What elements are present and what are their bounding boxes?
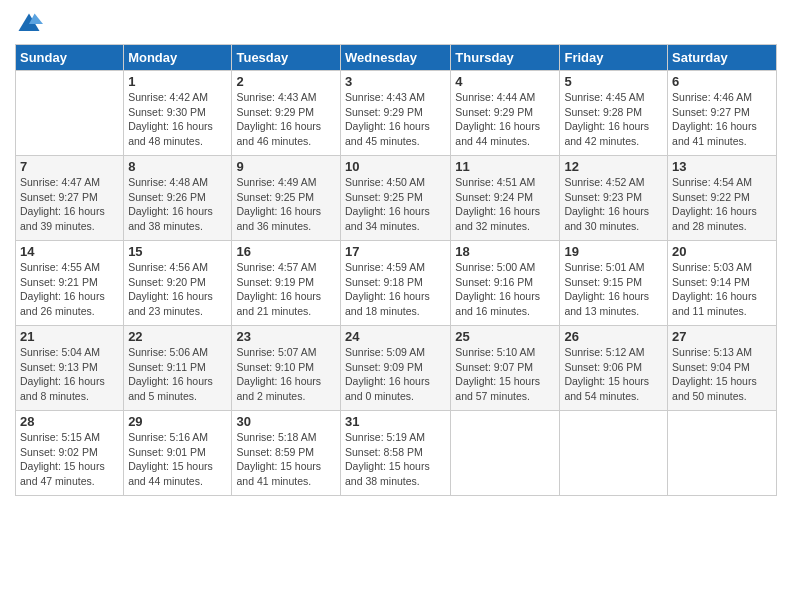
calendar-cell: 5Sunrise: 4:45 AM Sunset: 9:28 PM Daylig… (560, 71, 668, 156)
day-number: 29 (128, 414, 227, 429)
day-info: Sunrise: 5:01 AM Sunset: 9:15 PM Dayligh… (564, 260, 663, 319)
calendar-cell: 8Sunrise: 4:48 AM Sunset: 9:26 PM Daylig… (124, 156, 232, 241)
day-info: Sunrise: 5:16 AM Sunset: 9:01 PM Dayligh… (128, 430, 227, 489)
day-info: Sunrise: 4:46 AM Sunset: 9:27 PM Dayligh… (672, 90, 772, 149)
calendar-cell: 11Sunrise: 4:51 AM Sunset: 9:24 PM Dayli… (451, 156, 560, 241)
calendar-cell: 22Sunrise: 5:06 AM Sunset: 9:11 PM Dayli… (124, 326, 232, 411)
day-info: Sunrise: 5:03 AM Sunset: 9:14 PM Dayligh… (672, 260, 772, 319)
day-number: 20 (672, 244, 772, 259)
day-info: Sunrise: 4:51 AM Sunset: 9:24 PM Dayligh… (455, 175, 555, 234)
calendar-cell: 17Sunrise: 4:59 AM Sunset: 9:18 PM Dayli… (341, 241, 451, 326)
calendar-cell: 12Sunrise: 4:52 AM Sunset: 9:23 PM Dayli… (560, 156, 668, 241)
calendar-cell: 9Sunrise: 4:49 AM Sunset: 9:25 PM Daylig… (232, 156, 341, 241)
logo-icon (15, 10, 43, 38)
day-info: Sunrise: 4:44 AM Sunset: 9:29 PM Dayligh… (455, 90, 555, 149)
calendar-cell: 2Sunrise: 4:43 AM Sunset: 9:29 PM Daylig… (232, 71, 341, 156)
calendar-table: SundayMondayTuesdayWednesdayThursdayFrid… (15, 44, 777, 496)
calendar-cell: 26Sunrise: 5:12 AM Sunset: 9:06 PM Dayli… (560, 326, 668, 411)
calendar-cell (16, 71, 124, 156)
day-number: 24 (345, 329, 446, 344)
day-info: Sunrise: 4:59 AM Sunset: 9:18 PM Dayligh… (345, 260, 446, 319)
day-info: Sunrise: 5:00 AM Sunset: 9:16 PM Dayligh… (455, 260, 555, 319)
calendar-cell (668, 411, 777, 496)
day-number: 22 (128, 329, 227, 344)
calendar-cell (451, 411, 560, 496)
day-info: Sunrise: 5:04 AM Sunset: 9:13 PM Dayligh… (20, 345, 119, 404)
calendar-week-row: 28Sunrise: 5:15 AM Sunset: 9:02 PM Dayli… (16, 411, 777, 496)
day-number: 8 (128, 159, 227, 174)
calendar-cell: 18Sunrise: 5:00 AM Sunset: 9:16 PM Dayli… (451, 241, 560, 326)
day-number: 5 (564, 74, 663, 89)
calendar-cell: 23Sunrise: 5:07 AM Sunset: 9:10 PM Dayli… (232, 326, 341, 411)
calendar-cell: 31Sunrise: 5:19 AM Sunset: 8:58 PM Dayli… (341, 411, 451, 496)
day-number: 27 (672, 329, 772, 344)
day-info: Sunrise: 5:12 AM Sunset: 9:06 PM Dayligh… (564, 345, 663, 404)
calendar-cell: 14Sunrise: 4:55 AM Sunset: 9:21 PM Dayli… (16, 241, 124, 326)
day-info: Sunrise: 4:56 AM Sunset: 9:20 PM Dayligh… (128, 260, 227, 319)
calendar-header-row: SundayMondayTuesdayWednesdayThursdayFrid… (16, 45, 777, 71)
day-number: 31 (345, 414, 446, 429)
day-info: Sunrise: 4:42 AM Sunset: 9:30 PM Dayligh… (128, 90, 227, 149)
calendar-cell: 20Sunrise: 5:03 AM Sunset: 9:14 PM Dayli… (668, 241, 777, 326)
day-info: Sunrise: 4:55 AM Sunset: 9:21 PM Dayligh… (20, 260, 119, 319)
day-number: 2 (236, 74, 336, 89)
calendar-header-monday: Monday (124, 45, 232, 71)
day-number: 14 (20, 244, 119, 259)
calendar-cell (560, 411, 668, 496)
day-number: 26 (564, 329, 663, 344)
calendar-cell: 30Sunrise: 5:18 AM Sunset: 8:59 PM Dayli… (232, 411, 341, 496)
day-number: 1 (128, 74, 227, 89)
day-number: 3 (345, 74, 446, 89)
calendar-cell: 16Sunrise: 4:57 AM Sunset: 9:19 PM Dayli… (232, 241, 341, 326)
calendar-cell: 15Sunrise: 4:56 AM Sunset: 9:20 PM Dayli… (124, 241, 232, 326)
day-number: 17 (345, 244, 446, 259)
day-number: 15 (128, 244, 227, 259)
day-number: 28 (20, 414, 119, 429)
calendar-header-thursday: Thursday (451, 45, 560, 71)
day-number: 6 (672, 74, 772, 89)
day-info: Sunrise: 5:13 AM Sunset: 9:04 PM Dayligh… (672, 345, 772, 404)
day-number: 13 (672, 159, 772, 174)
day-info: Sunrise: 5:06 AM Sunset: 9:11 PM Dayligh… (128, 345, 227, 404)
day-info: Sunrise: 4:43 AM Sunset: 9:29 PM Dayligh… (236, 90, 336, 149)
day-number: 12 (564, 159, 663, 174)
calendar-cell: 7Sunrise: 4:47 AM Sunset: 9:27 PM Daylig… (16, 156, 124, 241)
calendar-week-row: 14Sunrise: 4:55 AM Sunset: 9:21 PM Dayli… (16, 241, 777, 326)
calendar-header-tuesday: Tuesday (232, 45, 341, 71)
calendar-week-row: 1Sunrise: 4:42 AM Sunset: 9:30 PM Daylig… (16, 71, 777, 156)
calendar-cell: 25Sunrise: 5:10 AM Sunset: 9:07 PM Dayli… (451, 326, 560, 411)
calendar-cell: 4Sunrise: 4:44 AM Sunset: 9:29 PM Daylig… (451, 71, 560, 156)
day-info: Sunrise: 5:07 AM Sunset: 9:10 PM Dayligh… (236, 345, 336, 404)
calendar-cell: 3Sunrise: 4:43 AM Sunset: 9:29 PM Daylig… (341, 71, 451, 156)
calendar-cell: 28Sunrise: 5:15 AM Sunset: 9:02 PM Dayli… (16, 411, 124, 496)
calendar-cell: 21Sunrise: 5:04 AM Sunset: 9:13 PM Dayli… (16, 326, 124, 411)
day-info: Sunrise: 4:45 AM Sunset: 9:28 PM Dayligh… (564, 90, 663, 149)
day-info: Sunrise: 4:48 AM Sunset: 9:26 PM Dayligh… (128, 175, 227, 234)
calendar-cell: 27Sunrise: 5:13 AM Sunset: 9:04 PM Dayli… (668, 326, 777, 411)
day-info: Sunrise: 5:09 AM Sunset: 9:09 PM Dayligh… (345, 345, 446, 404)
day-info: Sunrise: 4:49 AM Sunset: 9:25 PM Dayligh… (236, 175, 336, 234)
calendar-week-row: 7Sunrise: 4:47 AM Sunset: 9:27 PM Daylig… (16, 156, 777, 241)
day-number: 18 (455, 244, 555, 259)
day-number: 7 (20, 159, 119, 174)
calendar-header-wednesday: Wednesday (341, 45, 451, 71)
calendar-cell: 19Sunrise: 5:01 AM Sunset: 9:15 PM Dayli… (560, 241, 668, 326)
calendar-cell: 1Sunrise: 4:42 AM Sunset: 9:30 PM Daylig… (124, 71, 232, 156)
day-info: Sunrise: 4:52 AM Sunset: 9:23 PM Dayligh… (564, 175, 663, 234)
day-number: 21 (20, 329, 119, 344)
day-number: 10 (345, 159, 446, 174)
day-info: Sunrise: 4:50 AM Sunset: 9:25 PM Dayligh… (345, 175, 446, 234)
calendar-header-sunday: Sunday (16, 45, 124, 71)
day-info: Sunrise: 4:47 AM Sunset: 9:27 PM Dayligh… (20, 175, 119, 234)
day-info: Sunrise: 5:15 AM Sunset: 9:02 PM Dayligh… (20, 430, 119, 489)
day-number: 16 (236, 244, 336, 259)
calendar-week-row: 21Sunrise: 5:04 AM Sunset: 9:13 PM Dayli… (16, 326, 777, 411)
day-number: 25 (455, 329, 555, 344)
day-number: 11 (455, 159, 555, 174)
day-number: 4 (455, 74, 555, 89)
calendar-header-friday: Friday (560, 45, 668, 71)
day-info: Sunrise: 4:43 AM Sunset: 9:29 PM Dayligh… (345, 90, 446, 149)
day-number: 23 (236, 329, 336, 344)
day-info: Sunrise: 5:18 AM Sunset: 8:59 PM Dayligh… (236, 430, 336, 489)
day-info: Sunrise: 4:54 AM Sunset: 9:22 PM Dayligh… (672, 175, 772, 234)
